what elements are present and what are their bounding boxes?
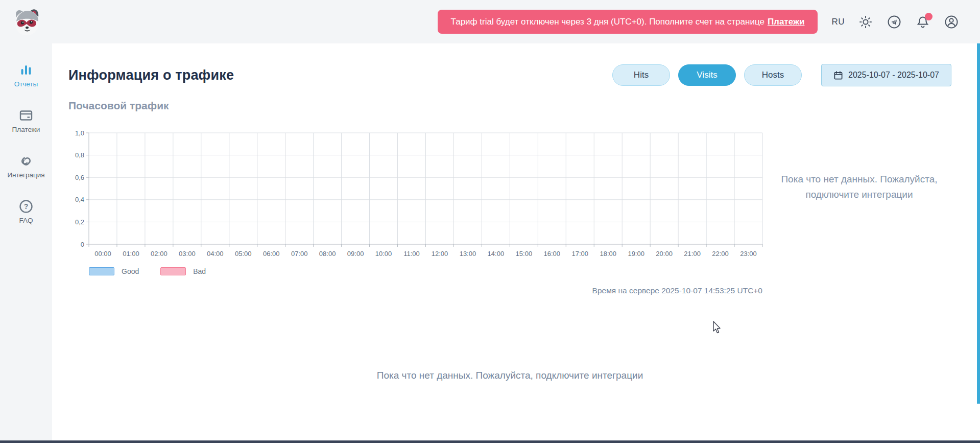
bottom-window-edge: [0, 440, 980, 443]
scrollbar-thumb[interactable]: [977, 43, 980, 404]
date-range-value: 2025-10-07 - 2025-10-07: [848, 71, 939, 80]
tab-hosts[interactable]: Hosts: [744, 64, 802, 86]
raccoon-logo-icon[interactable]: [10, 7, 43, 37]
sidebar-item-integration[interactable]: Интеграция: [0, 154, 52, 179]
notifications-button[interactable]: [915, 14, 930, 30]
user-icon: [944, 15, 959, 29]
sidebar: Отчеты Платежи Интеграция ? FAQ: [0, 43, 52, 443]
svg-text:13:00: 13:00: [460, 250, 476, 258]
legend-swatch-bad: [160, 267, 186, 275]
tab-visits[interactable]: Visits: [678, 64, 736, 86]
telegram-icon: [887, 15, 901, 29]
notification-dot: [925, 13, 933, 20]
svg-text:0,8: 0,8: [75, 151, 84, 159]
date-range-picker[interactable]: 2025-10-07 - 2025-10-07: [821, 64, 951, 86]
svg-text:0,6: 0,6: [75, 174, 84, 181]
svg-text:12:00: 12:00: [432, 250, 448, 258]
bar-chart-icon: [19, 63, 33, 77]
language-selector[interactable]: RU: [831, 17, 845, 27]
calendar-icon: [833, 71, 843, 80]
svg-text:23:00: 23:00: [740, 250, 757, 258]
svg-text:05:00: 05:00: [235, 250, 252, 258]
sidebar-item-label: Интеграция: [7, 171, 44, 179]
svg-text:08:00: 08:00: [319, 250, 336, 258]
svg-text:18:00: 18:00: [600, 250, 616, 258]
link-icon: [19, 154, 33, 168]
svg-text:07:00: 07:00: [291, 250, 308, 258]
telegram-button[interactable]: [887, 14, 902, 30]
svg-text:02:00: 02:00: [151, 250, 168, 258]
svg-text:04:00: 04:00: [207, 250, 224, 258]
header-actions: RU: [831, 14, 959, 30]
sidebar-item-payments[interactable]: Платежи: [0, 108, 52, 133]
chart-column: 00,20,40,60,81,000:0001:0002:0003:0004:0…: [68, 129, 767, 295]
svg-text:0: 0: [81, 241, 84, 248]
svg-text:17:00: 17:00: [571, 250, 588, 258]
svg-text:06:00: 06:00: [263, 250, 280, 258]
svg-text:10:00: 10:00: [375, 250, 392, 258]
chart-title: Почасовой трафик: [68, 100, 951, 112]
legend-swatch-good: [89, 267, 114, 275]
banner-text: Тариф trial будет отключен через 3 дня (…: [451, 17, 764, 27]
hourly-traffic-chart: 00,20,40,60,81,000:0001:0002:0003:0004:0…: [68, 129, 767, 258]
svg-text:00:00: 00:00: [94, 250, 111, 258]
theme-toggle-button[interactable]: [858, 14, 873, 30]
svg-text:21:00: 21:00: [684, 250, 701, 258]
svg-text:16:00: 16:00: [544, 250, 561, 258]
svg-text:22:00: 22:00: [712, 250, 729, 258]
legend-label-good: Good: [122, 267, 139, 275]
sidebar-item-reports[interactable]: Отчеты: [0, 63, 52, 88]
tab-hits[interactable]: Hits: [612, 64, 670, 86]
main-content: Информация о трафике Hits Visits Hosts 2…: [52, 43, 980, 443]
sidebar-item-label: Отчеты: [14, 80, 38, 88]
svg-text:0,4: 0,4: [75, 196, 84, 203]
profile-button[interactable]: [944, 14, 959, 30]
svg-text:19:00: 19:00: [628, 250, 644, 258]
svg-text:01:00: 01:00: [123, 250, 139, 258]
sidebar-item-label: FAQ: [19, 217, 33, 224]
svg-text:1,0: 1,0: [75, 129, 84, 137]
banner-payments-link[interactable]: Платежи: [768, 17, 805, 27]
svg-text:20:00: 20:00: [656, 250, 673, 258]
svg-text:14:00: 14:00: [488, 250, 505, 258]
server-time: Время на сервере 2025-10-07 14:53:25 UTC…: [68, 286, 767, 295]
chart-legend: Good Bad: [89, 267, 767, 275]
svg-text:?: ?: [24, 202, 29, 211]
no-data-side-message: Пока что нет данных. Пожалуйста, подключ…: [767, 172, 951, 202]
credit-card-icon: [19, 108, 33, 123]
svg-text:11:00: 11:00: [403, 250, 420, 258]
trial-warning-banner: Тариф trial будет отключен через 3 дня (…: [438, 10, 818, 34]
svg-text:09:00: 09:00: [347, 250, 364, 258]
sidebar-item-label: Платежи: [12, 126, 40, 133]
svg-text:15:00: 15:00: [516, 250, 533, 258]
page-title: Информация о трафике: [68, 67, 234, 83]
sidebar-item-faq[interactable]: ? FAQ: [0, 199, 52, 224]
svg-text:03:00: 03:00: [179, 250, 196, 258]
top-bar: Тариф trial будет отключен через 3 дня (…: [0, 0, 980, 43]
no-data-bottom-message: Пока что нет данных. Пожалуйста, подключ…: [68, 370, 951, 381]
sun-icon: [858, 15, 873, 29]
question-circle-icon: ?: [19, 199, 33, 214]
app-root: Тариф trial будет отключен через 3 дня (…: [0, 0, 980, 443]
traffic-controls: Hits Visits Hosts 2025-10-07 - 2025-10-0…: [612, 64, 951, 86]
legend-label-bad: Bad: [193, 267, 206, 275]
svg-text:0,2: 0,2: [75, 218, 84, 226]
